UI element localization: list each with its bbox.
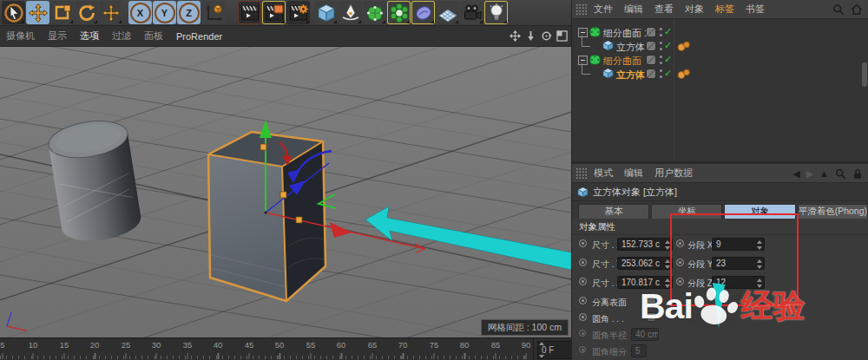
lock-y-axis-button[interactable]: Y — [153, 1, 176, 24]
size-x-field[interactable]: 152.733 c — [617, 238, 673, 251]
layer-chip-icon[interactable] — [646, 41, 656, 51]
green-flower-icon — [389, 3, 410, 23]
phong-tag-icon[interactable] — [677, 69, 692, 81]
object-name[interactable]: 细分曲面 1 — [603, 27, 649, 40]
size-y-field[interactable]: 253.062 c — [617, 257, 673, 270]
scale-tool-button[interactable] — [50, 1, 74, 24]
history-back-icon[interactable]: ◀ — [792, 169, 799, 179]
home-icon[interactable] — [851, 3, 863, 16]
layer-chip-icon[interactable] — [646, 27, 656, 37]
live-selection-button[interactable] — [2, 1, 25, 24]
simulate-field-button[interactable] — [411, 1, 435, 24]
layer-chip-icon[interactable] — [646, 55, 656, 65]
keyframe-circle-icon[interactable] — [579, 278, 587, 285]
panel-grip-icon[interactable] — [575, 3, 587, 15]
am-menu-mode[interactable]: 模式 — [594, 167, 613, 180]
cube-object[interactable] — [208, 132, 326, 301]
object-manager[interactable]: 细分曲面 1 ✓ 立方体 ✓ — [572, 19, 868, 161]
render-view-button[interactable] — [238, 1, 261, 24]
menu-panel[interactable]: 面板 — [144, 29, 163, 43]
spline-pen-button[interactable] — [339, 1, 362, 24]
viewport-3d[interactable]: 网格间距 : 100 cm — [0, 47, 571, 337]
search-icon[interactable] — [835, 168, 846, 180]
spinner-icon[interactable] — [664, 259, 670, 269]
cube-object-icon — [577, 187, 589, 198]
panel-grip-icon[interactable] — [575, 167, 587, 179]
rotate-view-icon[interactable] — [540, 29, 552, 42]
object-row[interactable]: 细分曲面 1 ✓ — [572, 25, 868, 39]
om-menu-tags[interactable]: 标签 — [715, 3, 734, 16]
world-axis-indicator — [7, 312, 26, 331]
history-forward-icon[interactable]: ▶ — [806, 169, 813, 179]
object-name[interactable]: 立方体 — [616, 41, 645, 54]
deformer-button[interactable] — [387, 1, 411, 24]
z-axis-letter: Z — [179, 3, 200, 23]
menu-prorender[interactable]: ProRender — [176, 31, 222, 42]
lock-icon[interactable] — [852, 168, 863, 180]
om-menu-objects[interactable]: 对象 — [685, 3, 704, 16]
tick-label: 15 — [53, 340, 76, 350]
enabled-check-icon[interactable]: ✓ — [664, 26, 672, 37]
object-row-selected[interactable]: 立方体 ✓ — [572, 67, 868, 81]
menu-display[interactable]: 显示 — [48, 29, 67, 43]
visibility-dots[interactable] — [660, 28, 662, 36]
keyframe-circle-icon[interactable] — [579, 259, 587, 266]
object-row-selected[interactable]: 细分曲面 ✓ — [572, 53, 868, 67]
parent-object-icon[interactable]: ▲ — [819, 169, 829, 179]
search-icon[interactable] — [832, 3, 845, 16]
edit-render-settings-button[interactable] — [286, 1, 310, 24]
rotate-tool-button[interactable] — [75, 1, 98, 24]
keyframe-circle-icon[interactable] — [579, 297, 587, 304]
keyframe-circle-icon[interactable] — [579, 313, 587, 321]
object-name[interactable]: 立方体 — [616, 69, 645, 82]
menu-options[interactable]: 选项 — [80, 29, 99, 43]
object-name[interactable]: 细分曲面 — [603, 55, 641, 68]
timeline-ruler[interactable]: 5 10 15 20 25 30 35 40 45 50 55 60 65 70… — [0, 338, 534, 360]
spinner-icon[interactable] — [664, 240, 670, 250]
environment-floor-button[interactable] — [436, 1, 459, 24]
last-used-tool-button[interactable] — [99, 1, 122, 24]
menu-filter[interactable]: 过滤 — [112, 29, 131, 43]
visibility-dots[interactable] — [660, 42, 662, 50]
dolly-view-icon[interactable] — [524, 29, 536, 42]
primitive-cube-button[interactable] — [314, 1, 338, 24]
viewport-scene — [0, 47, 571, 337]
toggle-views-icon[interactable] — [556, 29, 568, 42]
coordinate-system-button[interactable] — [201, 1, 225, 24]
enabled-check-icon[interactable]: ✓ — [664, 40, 672, 51]
camera-button[interactable] — [460, 1, 483, 24]
lock-z-axis-button[interactable]: Z — [177, 1, 201, 24]
pan-view-icon[interactable] — [509, 29, 521, 42]
am-menu-userdata[interactable]: 用户数据 — [654, 167, 693, 180]
timeline: 5 10 15 20 25 30 35 40 45 50 55 60 65 70… — [0, 337, 571, 360]
tab-basic[interactable]: 基本 — [578, 204, 649, 219]
property-label: 分离表面 — [592, 297, 627, 309]
phong-tag-icon[interactable] — [677, 41, 692, 53]
visibility-dots[interactable] — [660, 56, 662, 64]
property-row-fillet-subdivision: 圆角细分 5 — [572, 342, 868, 358]
enabled-check-icon[interactable]: ✓ — [664, 54, 672, 65]
om-menu-edit[interactable]: 编辑 — [624, 3, 643, 16]
tick-label: 20 — [83, 340, 106, 350]
render-picture-viewer-button[interactable] — [262, 1, 286, 24]
enabled-check-icon[interactable]: ✓ — [664, 68, 672, 79]
om-menu-view[interactable]: 查看 — [654, 3, 674, 16]
object-row[interactable]: 立方体 ✓ — [572, 39, 868, 53]
subdivision-generator-button[interactable] — [363, 1, 386, 24]
om-menu-bookmarks[interactable]: 书签 — [746, 3, 765, 16]
keyframe-circle-icon[interactable] — [579, 239, 587, 247]
tab-phong[interactable]: 平滑着色(Phong) — [798, 204, 868, 219]
lock-x-axis-button[interactable]: X — [128, 1, 152, 24]
rotate-icon — [76, 3, 97, 23]
layer-chip-icon[interactable] — [646, 69, 656, 79]
om-menu-file[interactable]: 文件 — [594, 3, 613, 16]
am-menu-edit[interactable]: 编辑 — [624, 167, 643, 180]
cylinder-object[interactable] — [46, 116, 143, 246]
panel-resize-handle[interactable] — [862, 62, 867, 87]
visibility-dots[interactable] — [660, 69, 662, 78]
move-tool-button[interactable] — [26, 1, 49, 24]
cube-object-icon — [602, 68, 614, 81]
light-button[interactable] — [484, 1, 508, 24]
blue-cube-icon — [316, 3, 337, 23]
menu-camera[interactable]: 摄像机 — [6, 29, 35, 43]
